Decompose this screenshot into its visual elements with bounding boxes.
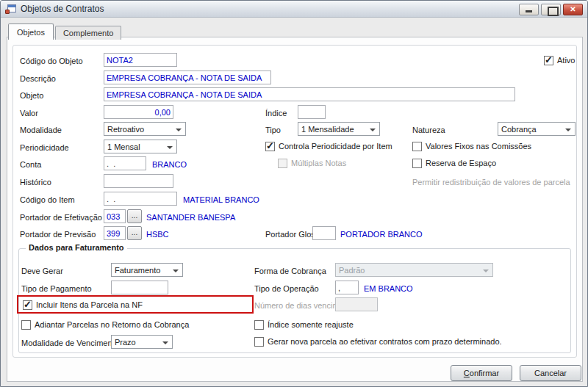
checkbox-box xyxy=(412,142,422,151)
checkbox-box xyxy=(278,159,287,168)
codigo-item-input[interactable] xyxy=(104,192,177,206)
tipo-select[interactable]: 1 Mensalidade xyxy=(298,122,380,136)
natureza-value: Cobrança xyxy=(501,125,537,134)
deve-gerar-label: Deve Gerar xyxy=(21,265,63,277)
tipo-pagamento-input[interactable] xyxy=(111,281,168,294)
portador-glosa-label: Portador Glosa xyxy=(265,228,320,240)
modalidade-vencimento-select[interactable]: Prazo xyxy=(111,335,173,349)
valores-fixos-label: Valores Fixos nas Comissões xyxy=(426,142,531,151)
historico-label: Histórico xyxy=(20,176,51,188)
chevron-down-icon xyxy=(162,341,168,347)
portador-previsao-ref: HSBC xyxy=(146,228,169,240)
portador-previsao-label: Portador de Previsão xyxy=(20,228,96,240)
tipo-pagamento-label: Tipo de Pagamento xyxy=(21,283,92,294)
indice-reajuste-checkbox[interactable]: Índice somente reajuste xyxy=(254,319,354,330)
forma-cobranca-select: Padrão xyxy=(335,263,493,277)
checkbox-box xyxy=(21,320,31,330)
forma-cobranca-value: Padrão xyxy=(339,266,365,275)
title-bar: Objetos de Contratos xyxy=(1,1,587,18)
tipo-value: 1 Mensalidade xyxy=(301,125,354,134)
periodicidade-select[interactable]: 1 Mensal xyxy=(104,140,177,153)
chevron-down-icon xyxy=(176,129,182,134)
adiantar-parcelas-checkbox[interactable]: Adiantar Parcelas no Retorno da Cobrança xyxy=(21,319,189,330)
chevron-down-icon xyxy=(167,146,173,152)
ativo-label: Ativo xyxy=(557,56,575,65)
codigo-item-label: Código do Item xyxy=(20,194,75,206)
conta-input[interactable] xyxy=(104,156,146,170)
portador-efetivacao-lookup-button[interactable]: ... xyxy=(127,209,142,223)
portador-previsao-lookup-button[interactable]: ... xyxy=(127,226,142,240)
reserva-espaco-checkbox[interactable]: Reserva de Espaço xyxy=(412,157,496,169)
natureza-label: Natureza xyxy=(412,124,445,136)
reserva-espaco-label: Reserva de Espaço xyxy=(426,159,496,167)
tipo-operacao-input[interactable] xyxy=(335,281,359,294)
indice-input[interactable] xyxy=(298,105,326,119)
portador-efetivacao-ref: SANTANDER BANESPA xyxy=(146,211,235,223)
tab-complemento[interactable]: Complemento xyxy=(55,26,121,40)
controla-periodicidade-checkbox[interactable]: Controla Periodicidade por Item xyxy=(265,140,392,152)
descricao-input[interactable] xyxy=(104,70,271,84)
confirmar-button[interactable]: Confirmar xyxy=(451,365,512,381)
window-controls xyxy=(519,4,583,15)
portador-glosa-input[interactable] xyxy=(312,226,336,240)
gerar-nova-parcela-label: Gerar nova parcela ao efetivar contratos… xyxy=(268,337,502,346)
checkbox-box xyxy=(544,56,553,65)
tipo-operacao-ref: EM BRANCO xyxy=(364,283,413,294)
incluir-itens-checkbox[interactable]: Incluir Itens da Parcela na NF xyxy=(23,299,143,311)
checkbox-box xyxy=(23,300,32,310)
adiantar-parcelas-label: Adiantar Parcelas no Retorno da Cobrança xyxy=(35,320,189,329)
ativo-checkbox[interactable]: Ativo xyxy=(544,54,575,66)
valor-input[interactable] xyxy=(104,105,173,119)
chevron-down-icon xyxy=(173,270,179,275)
dialog-objetos-de-contratos: Objetos de Contratos Objetos Complemento… xyxy=(0,0,588,387)
tipo-label: Tipo xyxy=(265,124,281,136)
multiplas-notas-checkbox: Múltiplas Notas xyxy=(278,157,346,169)
chevron-down-icon xyxy=(565,129,571,134)
tab-objetos[interactable]: Objetos xyxy=(8,23,54,40)
modalidade-label: Modalidade xyxy=(20,124,62,136)
portador-efetivacao-input[interactable] xyxy=(104,209,126,223)
multiplas-notas-label: Múltiplas Notas xyxy=(291,159,346,167)
portador-previsao-input[interactable] xyxy=(104,226,126,240)
deve-gerar-value: Faturamento xyxy=(115,266,160,275)
permitir-redistribuicao-label: Permitir redistribuição de valores de pa… xyxy=(412,176,570,188)
objeto-label: Objeto xyxy=(20,90,43,101)
indice-label: Índice xyxy=(265,107,287,119)
deve-gerar-select[interactable]: Faturamento xyxy=(111,263,183,277)
periodicidade-label: Periodicidade xyxy=(20,142,69,153)
conta-ref: BRANCO xyxy=(152,159,187,170)
window-title: Objetos de Contratos xyxy=(21,4,104,14)
codigo-item-ref: MATERIAL BRANCO xyxy=(183,194,259,206)
historico-input[interactable] xyxy=(104,174,173,188)
cancelar-button[interactable]: Cancelar xyxy=(520,365,581,381)
modalidade-select[interactable]: Retroativo xyxy=(104,122,186,136)
valor-label: Valor xyxy=(20,107,38,119)
maximize-icon[interactable] xyxy=(541,4,561,15)
numero-dias-input xyxy=(335,297,378,311)
modalidade-vencimento-label: Modalidade de Vencimento xyxy=(21,337,119,349)
forma-cobranca-label: Forma de Cobrança xyxy=(254,265,326,277)
indice-reajuste-label: Índice somente reajuste xyxy=(268,320,354,329)
gerar-nova-parcela-checkbox[interactable]: Gerar nova parcela ao efetivar contratos… xyxy=(254,336,502,347)
valores-fixos-checkbox[interactable]: Valores Fixos nas Comissões xyxy=(412,140,531,152)
modalidade-value: Retroativo xyxy=(107,125,144,134)
minimize-icon[interactable] xyxy=(519,4,539,15)
chevron-down-icon xyxy=(370,129,376,134)
descricao-label: Descrição xyxy=(20,73,56,84)
faturamento-group-title: Dados para Faturamento xyxy=(26,243,127,252)
natureza-select[interactable]: Cobrança xyxy=(498,122,576,136)
tipo-operacao-label: Tipo de Operação xyxy=(254,283,319,294)
portador-efetivacao-label: Portador de Efetivação xyxy=(20,211,102,223)
chevron-down-icon xyxy=(483,270,489,275)
checkbox-box xyxy=(254,337,264,347)
modalidade-vencimento-value: Prazo xyxy=(115,338,136,347)
checkbox-box xyxy=(254,320,264,330)
conta-label: Conta xyxy=(20,159,41,170)
periodicidade-value: 1 Mensal xyxy=(107,142,140,151)
codigo-objeto-input[interactable] xyxy=(104,53,177,67)
app-icon xyxy=(5,4,16,14)
objeto-input[interactable] xyxy=(104,87,515,101)
close-icon[interactable] xyxy=(563,4,583,15)
checkbox-box xyxy=(265,142,275,151)
controla-periodicidade-label: Controla Periodicidade por Item xyxy=(279,142,392,151)
